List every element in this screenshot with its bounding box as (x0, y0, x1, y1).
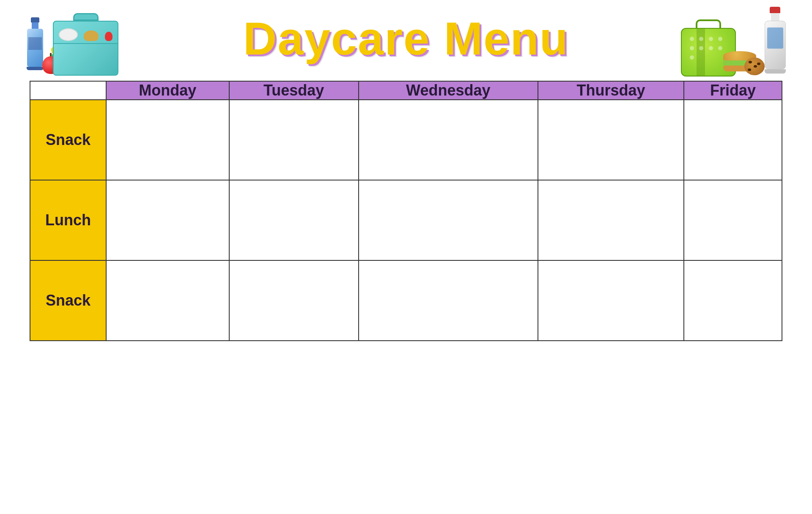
snack-afternoon-tuesday-cell[interactable] (229, 260, 359, 341)
table-header-row: Monday Tuesday Wednesday Thursday Friday (30, 81, 782, 100)
snack-monday-cell[interactable] (106, 100, 229, 180)
snack-afternoon-label: Snack (30, 260, 106, 341)
snack-afternoon-friday-cell[interactable] (684, 260, 782, 341)
snack-afternoon-thursday-cell[interactable] (538, 260, 684, 341)
empty-header-cell (30, 81, 106, 100)
thursday-header: Thursday (538, 81, 684, 100)
menu-table-container: Monday Tuesday Wednesday Thursday Friday… (17, 81, 795, 341)
water-bottle-left-icon (25, 17, 44, 72)
snack-thursday-cell[interactable] (538, 100, 684, 180)
menu-table: Monday Tuesday Wednesday Thursday Friday… (30, 81, 782, 341)
tuesday-header: Tuesday (229, 81, 359, 100)
lunch-tuesday-cell[interactable] (229, 180, 359, 260)
cookie-icon (744, 57, 765, 77)
lunch-label: Lunch (30, 180, 106, 260)
right-food-illustration (681, 0, 787, 77)
snack-tuesday-cell[interactable] (229, 100, 359, 180)
page-title: Daycare Menu (243, 13, 569, 64)
wednesday-header: Wednesday (359, 81, 538, 100)
page-header: Daycare Menu (17, 8, 795, 68)
left-food-illustration (25, 0, 118, 77)
snack-wednesday-cell[interactable] (359, 100, 538, 180)
friday-header: Friday (684, 81, 782, 100)
lunch-friday-cell[interactable] (684, 180, 782, 260)
lunch-row: Lunch (30, 180, 782, 260)
snack-afternoon-monday-cell[interactable] (106, 260, 229, 341)
snack-friday-cell[interactable] (684, 100, 782, 180)
lunch-thursday-cell[interactable] (538, 180, 684, 260)
snack-morning-label: Snack (30, 100, 106, 180)
water-bottle-right-icon (763, 7, 787, 74)
snack-afternoon-row: Snack (30, 260, 782, 341)
monday-header: Monday (106, 81, 229, 100)
lunch-wednesday-cell[interactable] (359, 180, 538, 260)
snack-afternoon-wednesday-cell[interactable] (359, 260, 538, 341)
lunch-box-icon (53, 13, 118, 77)
snack-morning-row: Snack (30, 100, 782, 180)
lunch-monday-cell[interactable] (106, 180, 229, 260)
